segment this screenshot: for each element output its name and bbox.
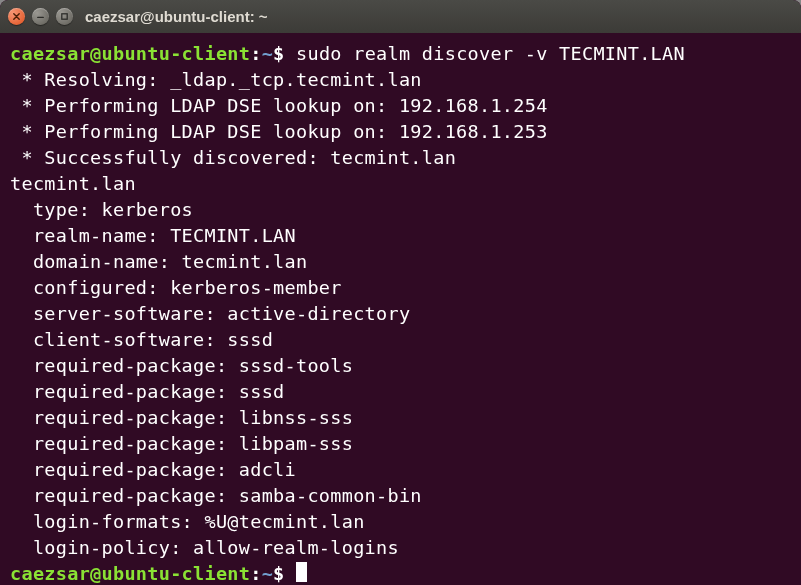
maximize-button[interactable] [56,8,73,25]
maximize-icon [60,12,69,21]
window-controls [8,8,73,25]
output-line: login-policy: allow-realm-logins [10,535,791,561]
prompt-userhost: caezsar@ubuntu-client [10,43,250,64]
output-line: required-package: sssd [10,379,791,405]
close-button[interactable] [8,8,25,25]
close-icon [12,12,21,21]
prompt-userhost: caezsar@ubuntu-client [10,563,250,584]
prompt-cwd: ~ [262,43,273,64]
terminal-body[interactable]: caezsar@ubuntu-client:~$ sudo realm disc… [0,33,801,585]
titlebar: caezsar@ubuntu-client: ~ [0,0,801,33]
output-line: * Resolving: _ldap._tcp.tecmint.lan [10,67,791,93]
prompt-symbol: $ [273,43,284,64]
prompt-line-2: caezsar@ubuntu-client:~$ [10,561,791,585]
minimize-button[interactable] [32,8,49,25]
output-line: login-formats: %U@tecmint.lan [10,509,791,535]
prompt-separator: : [250,563,261,584]
output-line: type: kerberos [10,197,791,223]
output-line: * Performing LDAP DSE lookup on: 192.168… [10,93,791,119]
output-line: required-package: sssd-tools [10,353,791,379]
output-line: * Performing LDAP DSE lookup on: 192.168… [10,119,791,145]
minimize-icon [36,12,45,21]
cursor [296,562,307,582]
output-line: required-package: adcli [10,457,791,483]
output-line: * Successfully discovered: tecmint.lan [10,145,791,171]
output-line: tecmint.lan [10,171,791,197]
output-line: required-package: samba-common-bin [10,483,791,509]
output-line: domain-name: tecmint.lan [10,249,791,275]
terminal-window: caezsar@ubuntu-client: ~ caezsar@ubuntu-… [0,0,801,585]
output-block: * Resolving: _ldap._tcp.tecmint.lan * Pe… [10,67,791,561]
output-line: configured: kerberos-member [10,275,791,301]
prompt-separator: : [250,43,261,64]
prompt-symbol: $ [273,563,284,584]
prompt-line-1: caezsar@ubuntu-client:~$ sudo realm disc… [10,41,791,67]
window-title: caezsar@ubuntu-client: ~ [85,8,268,25]
prompt-cwd: ~ [262,563,273,584]
output-line: server-software: active-directory [10,301,791,327]
output-line: required-package: libpam-sss [10,431,791,457]
output-line: realm-name: TECMINT.LAN [10,223,791,249]
output-line: client-software: sssd [10,327,791,353]
svg-rect-0 [62,14,67,19]
command-text: sudo realm discover -v TECMINT.LAN [296,43,685,64]
output-line: required-package: libnss-sss [10,405,791,431]
